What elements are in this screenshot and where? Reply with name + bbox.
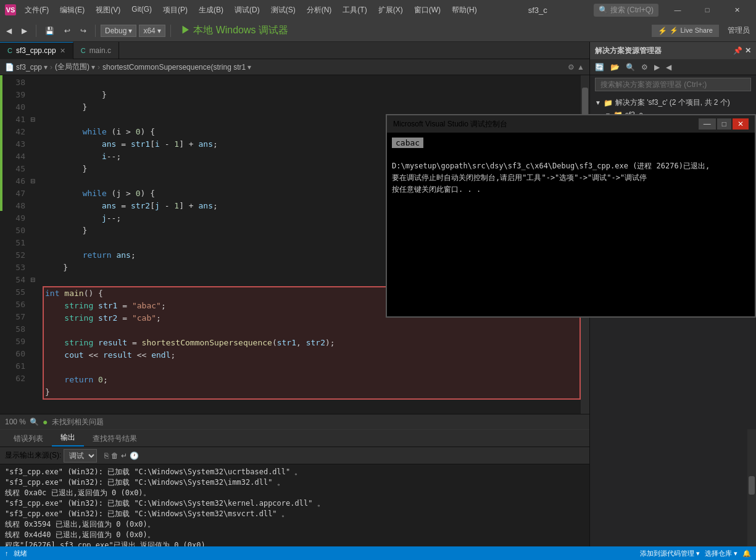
fold-icon-54[interactable]: ⊟ [30,274,39,286]
tab-close-1[interactable]: ✕ [60,47,65,55]
tree-item-solution[interactable]: ▼ 📁 解决方案 'sf3_c' (2 个项目, 共 2 个) [590,96,756,109]
tab-output[interactable]: 输出 [52,430,84,447]
repo-selector-button[interactable]: 选择仓库 ▾ [705,549,737,558]
search-placeholder: 搜索 (Ctrl+Q) [610,5,654,15]
manage-button[interactable]: 管理员 [724,24,754,37]
output-source-label: 显示输出来源(S): [5,450,61,461]
output-scrollbar[interactable] [747,429,756,546]
tab-bar: C sf3_cpp.cpp ✕ C main.c [0,42,589,59]
minimize-button[interactable]: — [663,0,692,20]
sidebar-close-icon[interactable]: ✕ [745,46,751,55]
toolbar-right: ⚡ ⚡ Live Share 管理员 [652,24,754,37]
tab-label-1: sf3_cpp.cpp [16,46,56,55]
tab-find-results[interactable]: 查找符号结果 [84,431,146,447]
settings-icon[interactable]: ⚙ [568,63,575,72]
console-close-button[interactable]: ✕ [733,118,749,130]
filepath-scope: (全局范围) [55,62,89,72]
sidebar-search-input[interactable] [595,78,751,91]
sidebar-tb-btn-1[interactable]: 🔄 [592,62,607,73]
tab-sf3-cpp[interactable]: C sf3_cpp.cpp ✕ [0,42,73,59]
config-dropdown[interactable]: Debug ▾ [101,25,136,37]
menu-project[interactable]: 项目(P) [158,4,193,17]
sidebar-controls: 📌 ✕ [733,46,751,55]
toolbar-separator-2 [95,25,96,37]
run-button[interactable]: ▶ 本地 Windows 调试器 [176,23,293,38]
console-minimize-button[interactable]: — [699,118,716,130]
tab-main-c[interactable]: C main.c [73,42,119,59]
menu-tools[interactable]: 工具(T) [338,4,372,17]
live-share-button[interactable]: ⚡ ⚡ Live Share [652,25,719,37]
console-message-2: 要在调试停止时自动关闭控制台,请启用"工具"->"选项"->"调试"->"调试停 [392,172,750,184]
console-maximize-button[interactable]: □ [717,118,731,130]
menu-file[interactable]: 文件(F) [20,4,54,17]
tab-error-list[interactable]: 错误列表 [5,431,52,447]
sidebar-title: 解决方案资源管理器 📌 ✕ [590,42,756,59]
output-line-3: 线程 0xa0c 已退出,返回值为 0 (0x0)。 [5,488,584,498]
editor-icons: ⚙ ▲ [568,63,584,72]
menu-build[interactable]: 生成(B) [194,4,228,17]
menu-window[interactable]: 窗口(W) [409,4,446,17]
zoom-level: 100 % [5,418,26,426]
menu-analyze[interactable]: 分析(N) [302,4,337,17]
menu-git[interactable]: Git(G) [127,4,157,17]
live-share-label: ⚡ Live Share [670,27,713,35]
arch-dropdown[interactable]: x64 ▾ [139,25,165,37]
sidebar-tb-btn-2[interactable]: 📂 [608,62,622,73]
menu-help[interactable]: 帮助(H) [447,4,482,17]
menu-debug[interactable]: 调试(D) [230,4,265,17]
output-line-4: "sf3_cpp.exe" (Win32): 已加载 "C:\Windows\S… [5,498,584,509]
output-scrollbar-thumb[interactable] [749,476,755,495]
output-tab-bar: 错误列表 输出 查找符号结果 [0,430,589,447]
nav-back-button[interactable]: ◀ [2,25,15,36]
sidebar-tb-btn-6[interactable]: ◀ [663,62,674,73]
titlebar-left: VS 文件(F) 编辑(E) 视图(V) Git(G) 项目(P) 生成(B) … [5,4,482,17]
function-dropdown[interactable]: shortestCommonSupersequence(string str1 … [102,63,251,72]
clear-icon[interactable]: 🗑 [111,451,118,460]
project-dropdown[interactable]: 📄 sf3_cpp ▾ [5,63,48,72]
search-box[interactable]: 🔍 搜索 (Ctrl+Q) [594,4,658,17]
filepath-project: sf3_cpp [16,63,42,72]
solution-folder-icon: 📁 [604,99,613,107]
output-source-dropdown[interactable]: 调试 [64,449,97,463]
project-icon: 📄 [5,63,14,72]
sidebar-pin-icon[interactable]: 📌 [733,46,742,55]
console-message-3: 按任意键关闭此窗口. . . [392,184,750,196]
statusbar-status: 就绪 [14,549,27,558]
fold-icon-41[interactable]: ⊟ [30,113,39,126]
output-panel: 错误列表 输出 查找符号结果 显示输出来源(S): 调试 ⎘ 🗑 ↵ 🕐 [0,429,589,546]
output-line-6: 线程 0x3594 已退出,返回值为 0 (0x0)。 [5,519,584,530]
menu-test[interactable]: 测试(S) [266,4,301,17]
titlebar-right: 🔍 搜索 (Ctrl+Q) — □ ✕ [594,0,751,20]
close-button[interactable]: ✕ [723,0,751,20]
output-source-selector: 显示输出来源(S): 调试 [5,449,97,463]
console-window-controls: — □ ✕ [699,118,749,130]
menu-edit[interactable]: 编辑(E) [55,4,89,17]
console-window: Microsoft Visual Studio 调试控制台 — □ ✕ caba… [386,114,756,318]
notification-icon[interactable]: 🔔 [742,550,751,558]
line-numbers: 3839404142434445 4647484950515253 545556… [2,75,30,414]
maximize-button[interactable]: □ [693,0,721,20]
statusbar-right: 添加到源代码管理 ▾ 选择仓库 ▾ 🔔 [640,549,751,558]
sidebar-tb-btn-3[interactable]: 🔍 [623,62,638,73]
live-share-icon: ⚡ [658,27,667,35]
fold-icon-46[interactable]: ⊟ [30,175,39,187]
tab-icon-2: C [81,47,86,54]
menu-extensions[interactable]: 扩展(X) [373,4,408,17]
menu-view[interactable]: 视图(V) [91,4,125,17]
undo-button[interactable]: ↩ [60,25,74,36]
source-control-button[interactable]: 添加到源代码管理 ▾ [640,549,700,558]
git-icon: ↑ [5,550,9,557]
save-button[interactable]: 💾 [41,25,58,36]
redo-button[interactable]: ↪ [77,25,90,36]
sidebar-tb-btn-4[interactable]: ⚙ [639,62,650,73]
word-wrap-icon[interactable]: ↵ [121,451,127,460]
sidebar-tb-btn-5[interactable]: ▶ [652,62,662,73]
expand-icon[interactable]: ▲ [577,63,584,72]
clock-icon[interactable]: 🕐 [130,451,139,460]
copy-icon[interactable]: ⎘ [104,451,109,460]
sidebar-search-area [590,75,756,94]
output-content: "sf3_cpp.exe" (Win32): 已加载 "C:\Windows\S… [0,464,589,546]
tab-label-2: main.c [89,46,111,55]
scope-dropdown[interactable]: (全局范围) ▾ [55,62,95,72]
nav-fwd-button[interactable]: ▶ [18,25,31,36]
